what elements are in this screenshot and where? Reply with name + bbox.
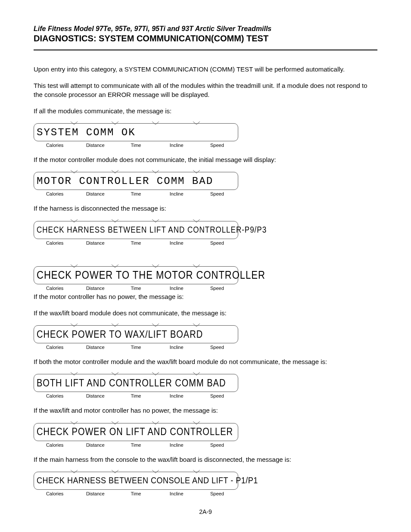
svg-rect-14 (153, 264, 159, 265)
svg-rect-20 (71, 372, 77, 373)
label-calories: Calories (34, 286, 75, 291)
lcd-text-1: SYSTEM COMM OK (37, 127, 136, 138)
lcd-text-2: MOTOR CONTROLLER COMM BAD (37, 175, 213, 187)
svg-rect-15 (193, 264, 199, 265)
svg-rect-6 (153, 170, 159, 171)
label-distance: Distance (75, 286, 115, 291)
label-speed: Speed (197, 143, 237, 148)
svg-rect-22 (153, 372, 159, 373)
label-speed: Speed (197, 345, 237, 350)
lcd-labels-1: Calories Distance Time Incline Speed (34, 143, 238, 148)
case-text-6: If both the motor controller module and … (34, 358, 377, 366)
label-incline: Incline (156, 286, 197, 291)
label-time: Time (115, 491, 156, 496)
label-distance: Distance (75, 345, 115, 350)
label-incline: Incline (156, 393, 197, 398)
label-time: Time (115, 143, 156, 148)
case-text-5: If the wax/lift board module does not co… (34, 309, 377, 317)
lcd-display-3: CHECK HARNESS BETWEEN LIFT AND CONTROLLE… (34, 221, 238, 246)
label-calories: Calories (34, 191, 75, 196)
lcd-display-2: MOTOR CONTROLLER COMM BAD Calories Dista… (34, 172, 238, 196)
svg-rect-13 (112, 264, 118, 265)
case-text-7: If the wax/lift and motor controller has… (34, 406, 377, 415)
svg-rect-0 (71, 121, 77, 122)
label-incline: Incline (156, 191, 197, 196)
svg-rect-30 (153, 470, 159, 470)
lcd-display-6: BOTH LIFT AND CONTROLLER COMM BAD Calori… (34, 374, 238, 398)
label-calories: Calories (34, 143, 75, 148)
intro-paragraph-1: Upon entry into this category, a SYSTEM … (34, 65, 377, 74)
svg-rect-1 (112, 121, 118, 122)
label-calories: Calories (34, 442, 75, 448)
lcd-labels-4: Calories Distance Time Incline Speed (34, 286, 238, 291)
svg-rect-23 (193, 372, 199, 373)
case-text-4: If the motor controller has no power, th… (34, 292, 377, 301)
svg-rect-21 (112, 372, 118, 373)
case-text-3: If the harness is disconnected the messa… (34, 204, 377, 213)
label-calories: Calories (34, 393, 75, 398)
svg-rect-11 (193, 219, 199, 220)
label-time: Time (115, 191, 156, 196)
lcd-labels-6: Calories Distance Time Incline Speed (34, 393, 238, 398)
svg-rect-2 (153, 121, 159, 122)
label-calories: Calories (34, 240, 75, 246)
label-distance: Distance (75, 491, 115, 496)
lcd-labels-7: Calories Distance Time Incline Speed (34, 442, 238, 448)
svg-rect-16 (71, 324, 77, 324)
intro-paragraph-2: This test will attempt to communicate wi… (34, 81, 377, 99)
lcd-text-5: CHECK POWER TO WAX/LIFT BOARD (37, 328, 203, 340)
svg-rect-25 (112, 421, 118, 422)
case-text-1: If all the modules communicate, the mess… (34, 107, 377, 115)
label-incline: Incline (156, 240, 197, 246)
header-title: DIAGNOSTICS: SYSTEM COMMUNICATION(COMM) … (34, 34, 377, 44)
case-text-2: If the motor controller module does not … (34, 156, 377, 164)
lcd-display-4: CHECK POWER TO THE MOTOR CONTROLLER Calo… (34, 266, 238, 291)
label-speed: Speed (197, 491, 237, 496)
label-time: Time (115, 240, 156, 246)
svg-rect-10 (153, 219, 159, 220)
svg-rect-28 (71, 470, 77, 470)
label-time: Time (115, 345, 156, 350)
header-subtitle: Life Fitness Model 97Te, 95Te, 97Ti, 95T… (34, 25, 377, 33)
svg-rect-12 (71, 264, 77, 265)
label-distance: Distance (75, 240, 115, 246)
label-time: Time (115, 442, 156, 448)
svg-rect-18 (153, 324, 159, 324)
label-distance: Distance (75, 393, 115, 398)
label-time: Time (115, 393, 156, 398)
lcd-text-3: CHECK HARNESS BETWEEN LIFT AND CONTROLLE… (37, 225, 267, 235)
label-incline: Incline (156, 143, 197, 148)
svg-rect-29 (112, 470, 118, 470)
label-incline: Incline (156, 442, 197, 448)
svg-rect-3 (193, 121, 199, 122)
page-number: 2A-9 (34, 508, 377, 515)
svg-rect-8 (71, 219, 77, 220)
lcd-labels-8: Calories Distance Time Incline Speed (34, 491, 238, 496)
label-speed: Speed (197, 191, 237, 196)
svg-rect-17 (112, 324, 118, 324)
svg-rect-4 (71, 170, 77, 171)
svg-rect-26 (153, 421, 159, 422)
header-divider (34, 50, 377, 50)
label-incline: Incline (156, 491, 197, 496)
lcd-text-6: BOTH LIFT AND CONTROLLER COMM BAD (37, 377, 226, 389)
label-speed: Speed (197, 393, 237, 398)
svg-rect-19 (193, 324, 199, 324)
lcd-labels-2: Calories Distance Time Incline Speed (34, 191, 238, 196)
lcd-display-1: SYSTEM COMM OK Calories Distance Time In… (34, 123, 238, 148)
label-incline: Incline (156, 345, 197, 350)
label-time: Time (115, 286, 156, 291)
lcd-text-8: CHECK HARNESS BETWEEN CONSOLE AND LIFT -… (37, 476, 258, 485)
svg-rect-9 (112, 219, 118, 220)
label-distance: Distance (75, 191, 115, 196)
svg-rect-27 (193, 421, 199, 422)
lcd-labels-3: Calories Distance Time Incline Speed (34, 240, 238, 246)
label-distance: Distance (75, 143, 115, 148)
lcd-display-7: CHECK POWER ON LIFT AND CONTROLLER Calor… (34, 423, 238, 448)
label-calories: Calories (34, 345, 75, 350)
lcd-text-4: CHECK POWER TO THE MOTOR CONTROLLER (37, 268, 265, 282)
lcd-display-5: CHECK POWER TO WAX/LIFT BOARD Calories D… (34, 325, 238, 350)
svg-rect-7 (193, 170, 199, 171)
label-speed: Speed (197, 286, 237, 291)
svg-rect-31 (193, 470, 199, 470)
